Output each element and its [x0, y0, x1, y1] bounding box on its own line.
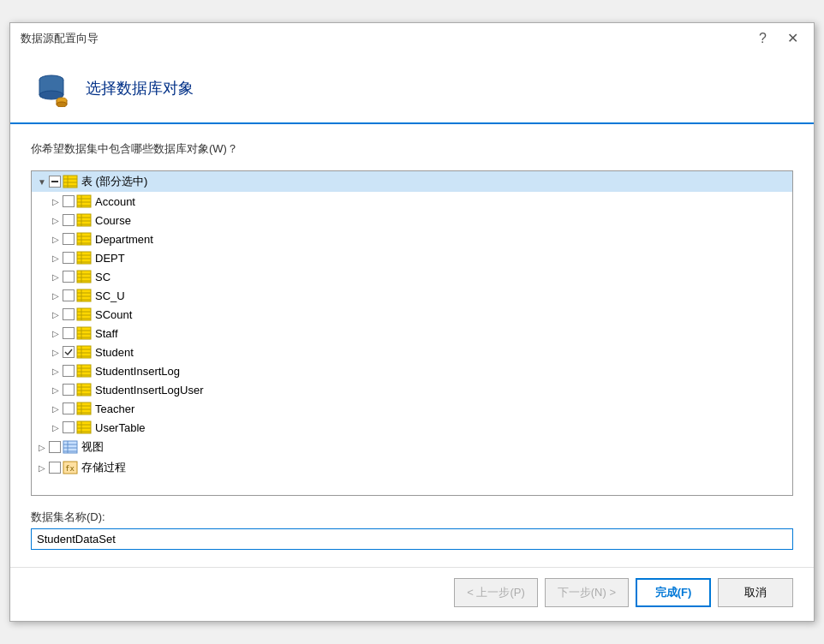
expand-row-icon[interactable]: ▷ [49, 326, 63, 340]
svg-rect-10 [51, 181, 58, 182]
expand-row-icon[interactable]: ▷ [49, 251, 63, 265]
wizard-content: 你希望数据集中包含哪些数据库对象(W)？ ▼ [10, 124, 814, 567]
row-label: SC [95, 271, 110, 283]
row-checkbox[interactable] [63, 308, 75, 320]
expand-row-icon[interactable]: ▷ [49, 270, 63, 283]
table-row[interactable]: ▷ SCount [32, 305, 792, 324]
row-label: Staff [95, 327, 118, 340]
table-items-group: ▷ Account▷ Course▷ Department▷ DEPT▷ [32, 192, 792, 437]
tree-root-tables[interactable]: ▼ 表 (部分选中) [32, 171, 792, 192]
row-label: StudentInsertLogUser [95, 384, 203, 397]
table-icon [76, 251, 92, 265]
svg-text:fx: fx [65, 464, 75, 473]
table-row[interactable]: ▷ Course [32, 211, 792, 230]
row-label: Course [95, 214, 131, 227]
expand-row-icon[interactable]: ▷ [49, 420, 63, 434]
tree-procedures-row[interactable]: ▷ fx 存储过程 [32, 457, 792, 478]
database-icon [31, 68, 72, 109]
checkbox-tables[interactable] [49, 176, 61, 188]
title-bar-controls: ? ✕ [754, 30, 803, 47]
finish-button[interactable]: 完成(F) [636, 578, 711, 607]
checkbox-procedures[interactable] [49, 462, 61, 474]
table-icon [76, 402, 92, 415]
table-row[interactable]: ▷ StudentInsertLogUser [32, 380, 792, 399]
row-label: Teacher [95, 402, 134, 415]
row-checkbox[interactable] [63, 214, 75, 226]
table-row[interactable]: ▷ Account [32, 192, 792, 211]
table-icon [76, 289, 92, 302]
tables-root-label: 表 (部分选中) [81, 174, 147, 189]
row-checkbox[interactable] [63, 233, 75, 245]
window-title: 数据源配置向导 [21, 31, 99, 46]
row-label: SC_U [95, 289, 125, 302]
expand-row-icon[interactable]: ▷ [49, 345, 63, 359]
expand-views-icon[interactable]: ▷ [35, 440, 49, 454]
table-row[interactable]: ▷ StudentInsertLog [32, 361, 792, 380]
footer: < 上一步(P) 下一步(N) > 完成(F) 取消 [10, 567, 814, 621]
table-row[interactable]: ▷ DEPT [32, 248, 792, 267]
expand-row-icon[interactable]: ▷ [49, 402, 63, 415]
tables-group-icon [63, 175, 78, 188]
expand-tables-icon[interactable]: ▼ [35, 175, 49, 188]
table-row[interactable]: ▷ Department [32, 230, 792, 248]
table-icon [76, 194, 92, 208]
svg-point-7 [57, 102, 67, 107]
dataset-input[interactable] [31, 528, 793, 550]
expand-row-icon[interactable]: ▷ [49, 289, 63, 302]
title-bar: 数据源配置向导 ? ✕ [10, 23, 814, 51]
dataset-label: 数据集名称(D): [31, 510, 793, 525]
cancel-button[interactable]: 取消 [718, 578, 793, 607]
row-checkbox[interactable] [63, 346, 75, 358]
expand-procedures-icon[interactable]: ▷ [35, 461, 49, 474]
row-checkbox[interactable] [63, 289, 75, 301]
dataset-section: 数据集名称(D): [31, 510, 793, 550]
expand-row-icon[interactable]: ▷ [49, 194, 63, 208]
row-checkbox[interactable] [63, 421, 75, 433]
table-row[interactable]: ▷ Staff [32, 324, 792, 343]
back-button[interactable]: < 上一步(P) [454, 578, 538, 607]
table-row[interactable]: ▷ Student [32, 343, 792, 361]
tree-views-row[interactable]: ▷ 视图 [32, 437, 792, 457]
procedures-label: 存储过程 [81, 460, 126, 475]
row-checkbox[interactable] [63, 327, 75, 339]
dialog: 数据源配置向导 ? ✕ 选择数据库对象 [9, 22, 815, 622]
expand-row-icon[interactable]: ▷ [49, 307, 63, 321]
views-group-icon [63, 440, 78, 454]
table-icon [76, 232, 92, 246]
table-row[interactable]: ▷ Teacher [32, 399, 792, 418]
table-icon [76, 326, 92, 340]
close-button[interactable]: ✕ [782, 30, 803, 47]
tree-container[interactable]: ▼ 表 (部分选中) ▷ [31, 170, 793, 496]
row-label: DEPT [95, 252, 125, 265]
wizard-header: 选择数据库对象 [10, 51, 814, 124]
next-button[interactable]: 下一步(N) > [545, 578, 629, 607]
table-icon [76, 213, 92, 227]
table-icon [76, 364, 92, 378]
table-row[interactable]: ▷ SC_U [32, 286, 792, 305]
row-checkbox[interactable] [63, 252, 75, 264]
views-label: 视图 [81, 439, 104, 455]
table-icon [76, 270, 92, 283]
wizard-title: 选择数据库对象 [86, 78, 194, 98]
checkbox-views[interactable] [49, 441, 61, 453]
row-checkbox[interactable] [63, 402, 75, 414]
row-label: Student [95, 346, 134, 359]
expand-row-icon[interactable]: ▷ [49, 213, 63, 227]
table-row[interactable]: ▷ UserTable [32, 418, 792, 437]
procedures-group-icon: fx [63, 461, 78, 474]
question-label: 你希望数据集中包含哪些数据库对象(W)？ [31, 141, 793, 157]
row-label: Account [95, 195, 135, 208]
table-icon [76, 420, 92, 434]
help-button[interactable]: ? [754, 30, 772, 47]
expand-row-icon[interactable]: ▷ [49, 364, 63, 378]
row-checkbox[interactable] [63, 384, 75, 396]
expand-row-icon[interactable]: ▷ [49, 383, 63, 397]
table-icon [76, 345, 92, 359]
expand-row-icon[interactable]: ▷ [49, 232, 63, 246]
row-label: SCount [95, 308, 132, 321]
row-checkbox[interactable] [63, 365, 75, 377]
row-checkbox[interactable] [63, 271, 75, 283]
table-row[interactable]: ▷ SC [32, 267, 792, 286]
row-checkbox[interactable] [63, 195, 75, 207]
table-icon [76, 383, 92, 397]
